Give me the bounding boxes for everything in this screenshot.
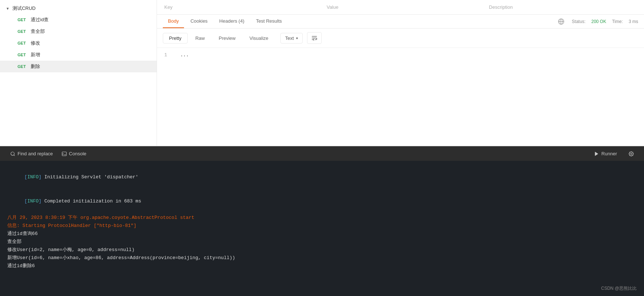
gear-icon bbox=[629, 151, 634, 156]
console-line-2: [INFO] Completed initialization in 683 m… bbox=[7, 189, 637, 213]
time-label: Time: bbox=[612, 19, 623, 24]
sidebar-group-label: 测试CRUD bbox=[12, 5, 36, 12]
terminal-icon bbox=[62, 151, 67, 156]
console-wrapper: [INFO] Initializing Servlet 'dispatcher'… bbox=[0, 161, 644, 296]
sidebar-item-label: 通过id查 bbox=[31, 16, 49, 23]
runner-button[interactable]: Runner bbox=[590, 149, 621, 158]
tab-headers[interactable]: Headers (4) bbox=[214, 15, 250, 28]
console-line-9: 通过id删除6 bbox=[7, 262, 637, 270]
format-tab-pretty[interactable]: Pretty bbox=[163, 33, 188, 43]
bottom-bar-right: Runner bbox=[590, 149, 638, 158]
tab-cookies[interactable]: Cookies bbox=[185, 15, 213, 28]
console-button[interactable]: Console bbox=[57, 149, 91, 158]
sidebar-item-add[interactable]: GET 新增 bbox=[0, 49, 157, 61]
sidebar-item-delete[interactable]: GET 删除 bbox=[0, 61, 157, 72]
svg-line-6 bbox=[14, 155, 15, 156]
method-badge-get: GET bbox=[18, 18, 28, 22]
method-badge-get: GET bbox=[18, 64, 28, 69]
console-line-4: 信息: Starting ProtocolHandler ["http-bio-… bbox=[7, 222, 637, 230]
tab-body[interactable]: Body bbox=[163, 15, 184, 28]
main-panel: Key Value Description Body Cookies Heade… bbox=[157, 0, 644, 146]
watermark: CSDN @恶熊比比 bbox=[601, 285, 637, 292]
console-output: [INFO] Initializing Servlet 'dispatcher'… bbox=[0, 161, 644, 296]
sidebar-group-crud[interactable]: ▼ 测试CRUD bbox=[0, 3, 157, 14]
format-tab-raw[interactable]: Raw bbox=[189, 33, 211, 43]
format-tabs-bar: Pretty Raw Preview Visualize Text ▾ bbox=[157, 29, 644, 48]
console-line-8: 新增User(id=6, name=小xhao, age=86, address… bbox=[7, 254, 637, 262]
svg-point-5 bbox=[11, 152, 14, 155]
sidebar-item-query-all[interactable]: GET 查全部 bbox=[0, 26, 157, 37]
sidebar-item-query-by-id[interactable]: GET 通过id查 bbox=[0, 14, 157, 26]
method-badge-get: GET bbox=[18, 53, 28, 57]
response-tabs-bar: Body Cookies Headers (4) Test Results bbox=[157, 15, 644, 29]
response-tabs-left: Body Cookies Headers (4) Test Results bbox=[163, 15, 287, 28]
wrap-text-button[interactable] bbox=[307, 32, 322, 44]
settings-icon-button[interactable] bbox=[624, 150, 638, 158]
method-badge-get: GET bbox=[18, 29, 28, 34]
sidebar-item-label: 删除 bbox=[31, 63, 40, 70]
format-tab-preview[interactable]: Preview bbox=[212, 33, 242, 43]
console-line-6: 查全部 bbox=[7, 238, 637, 246]
bottom-bar: Find and replace Console Runner bbox=[0, 146, 644, 161]
globe-icon bbox=[558, 18, 564, 25]
svg-marker-9 bbox=[595, 152, 598, 156]
params-table-header: Key Value Description bbox=[157, 0, 644, 15]
console-line-3: 八月 29, 2023 8:30:19 下午 org.apache.coyote… bbox=[7, 214, 637, 222]
response-content: ... bbox=[180, 52, 189, 58]
console-line-1: [INFO] Initializing Servlet 'dispatcher' bbox=[7, 165, 637, 189]
chevron-down-icon: ▾ bbox=[296, 36, 298, 40]
chevron-down-icon: ▼ bbox=[6, 7, 9, 11]
response-body: 1 ... bbox=[157, 48, 644, 146]
line-number-1: 1 bbox=[164, 52, 172, 58]
status-value: 200 OK bbox=[591, 19, 606, 24]
console-line-7: 修改User(id=2, name=小梅, age=0, address=nul… bbox=[7, 246, 637, 254]
text-format-dropdown[interactable]: Text ▾ bbox=[280, 33, 303, 43]
sidebar-item-label: 修改 bbox=[31, 40, 40, 46]
method-badge-get: GET bbox=[18, 41, 28, 45]
params-key-header: Key bbox=[157, 3, 319, 11]
params-value-header: Value bbox=[319, 3, 482, 11]
response-status: Status: 200 OK Time: 3 ms bbox=[558, 18, 638, 25]
sidebar-item-update[interactable]: GET 修改 bbox=[0, 37, 157, 49]
search-icon bbox=[10, 151, 15, 156]
play-icon bbox=[594, 151, 599, 156]
time-value: 3 ms bbox=[629, 19, 638, 24]
format-tab-visualize[interactable]: Visualize bbox=[243, 33, 275, 43]
svg-point-10 bbox=[630, 153, 632, 155]
tab-test-results[interactable]: Test Results bbox=[251, 15, 287, 28]
sidebar-item-label: 查全部 bbox=[31, 28, 45, 35]
wrap-lines-icon bbox=[311, 35, 318, 41]
status-label: Status: bbox=[572, 19, 585, 24]
sidebar-item-label: 新增 bbox=[31, 52, 40, 58]
params-description-header: Description bbox=[482, 3, 644, 11]
find-replace-button[interactable]: Find and replace bbox=[6, 149, 57, 158]
sidebar: ▼ 测试CRUD GET 通过id查 GET 查全部 GET 修改 GET 新增… bbox=[0, 0, 157, 146]
console-line-5: 通过id查询66 bbox=[7, 230, 637, 238]
